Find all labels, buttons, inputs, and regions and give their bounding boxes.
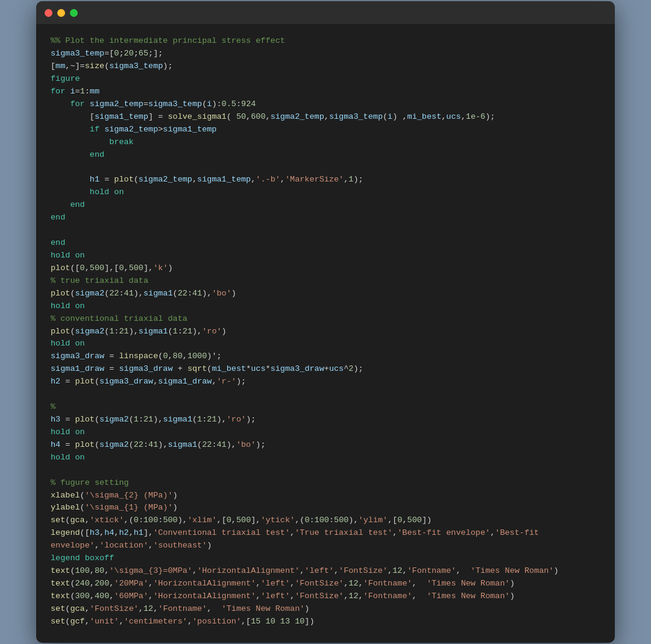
maximize-button[interactable] bbox=[70, 9, 78, 17]
close-button[interactable] bbox=[45, 9, 52, 17]
minimize-button[interactable] bbox=[57, 9, 65, 17]
editor-window: %% Plot the intermediate principal stres… bbox=[36, 1, 615, 642]
titlebar bbox=[36, 1, 615, 24]
code-editor[interactable]: %% Plot the intermediate principal stres… bbox=[36, 24, 615, 642]
